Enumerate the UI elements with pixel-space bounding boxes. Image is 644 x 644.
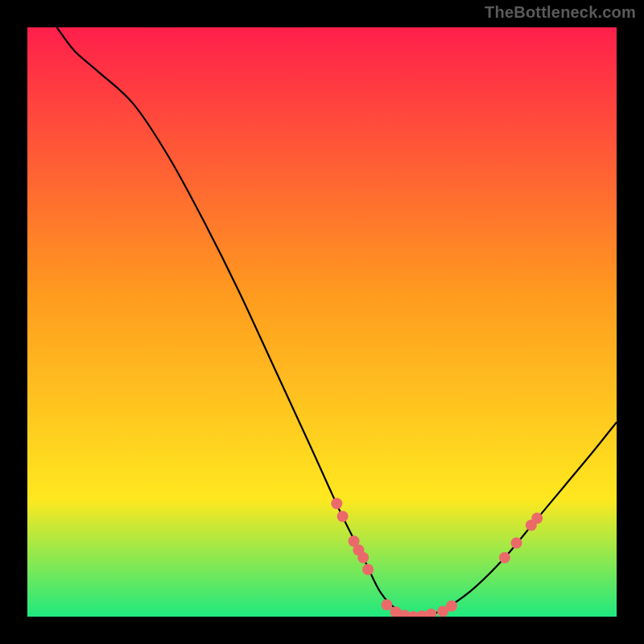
bottleneck-curve-chart	[27, 27, 617, 617]
marker-dot	[357, 552, 369, 564]
marker-dot	[511, 538, 522, 549]
marker-dot	[531, 513, 543, 524]
marker-dot	[499, 552, 510, 564]
watermark-text: TheBottleneck.com	[485, 3, 636, 22]
marker-dot	[382, 599, 393, 610]
marker-dot	[331, 497, 342, 509]
chart-frame: TheBottleneck.com	[0, 0, 644, 644]
marker-dot	[362, 564, 374, 575]
marker-dot	[446, 601, 457, 612]
marker-dot	[337, 511, 349, 522]
